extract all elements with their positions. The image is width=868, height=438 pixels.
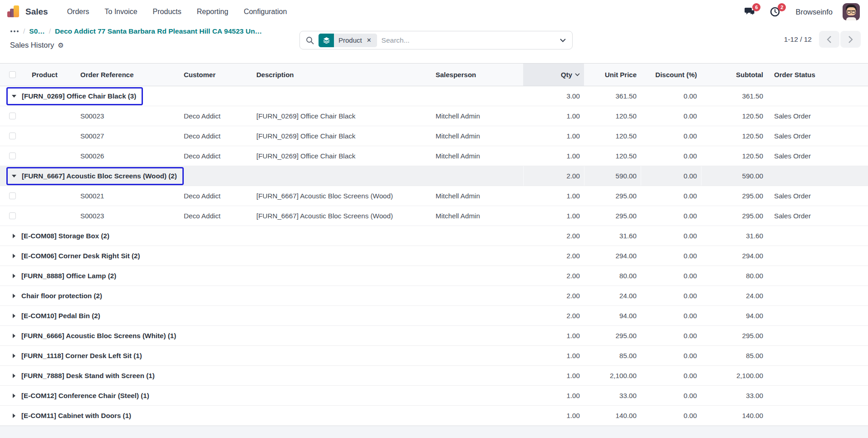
order-status-cell — [767, 306, 868, 325]
caret-right-icon[interactable] — [13, 354, 15, 358]
messages-badge: 6 — [752, 3, 760, 11]
table-row[interactable]: S00027Deco Addict[FURN_0269] Office Chai… — [0, 126, 868, 146]
column-header-product[interactable]: Product — [23, 64, 79, 86]
subtotal-cell: 140.00 — [701, 406, 767, 425]
pager-next-button[interactable] — [840, 31, 861, 48]
messages-icon[interactable]: 6 — [743, 5, 756, 19]
salesperson-cell: Mitchell Admin — [436, 126, 523, 146]
order-status-cell — [767, 226, 868, 246]
group-row[interactable]: [FURN_6666] Acoustic Bloc Screens (White… — [0, 326, 868, 346]
group-row[interactable]: [FURN_0269] Office Chair Black (3)3.0036… — [0, 86, 868, 106]
gear-icon[interactable]: ⚙ — [58, 42, 64, 49]
column-header-description[interactable]: Description — [256, 64, 436, 86]
order-status-cell — [767, 366, 868, 385]
group-row[interactable]: [FURN_1118] Corner Desk Left Sit (1)1.00… — [0, 346, 868, 366]
search-input[interactable] — [382, 36, 559, 44]
row-checkbox[interactable] — [9, 192, 16, 199]
group-row[interactable]: [E-COM10] Pedal Bin (2)2.0094.000.0094.0… — [0, 306, 868, 326]
column-header-order-status[interactable]: Order Status — [767, 64, 868, 86]
menu-orders[interactable]: Orders — [67, 8, 89, 16]
caret-right-icon[interactable] — [13, 334, 15, 338]
chevron-left-icon — [827, 36, 832, 43]
group-label: [E-COM11] Cabinet with Doors (1) — [21, 412, 131, 419]
customer-cell: Deco Addict — [184, 126, 256, 146]
table-row[interactable]: S00021Deco Addict[FURN_6667] Acoustic Bl… — [0, 186, 868, 206]
group-row[interactable]: [E-COM08] Storage Box (2)2.0031.600.0031… — [0, 226, 868, 246]
caret-down-icon[interactable] — [12, 95, 16, 98]
qty-cell: 1.00 — [523, 106, 584, 126]
caret-right-icon[interactable] — [13, 254, 15, 258]
column-header-unit-price[interactable]: Unit Price — [584, 64, 641, 86]
group-row[interactable]: Chair floor protection (2)2.0024.000.002… — [0, 286, 868, 306]
group-row[interactable]: [E-COM06] Corner Desk Right Sit (2)2.002… — [0, 246, 868, 266]
search-bar[interactable]: Product ✕ — [299, 31, 573, 49]
breadcrumb-ellipsis[interactable] — [10, 29, 19, 34]
caret-right-icon[interactable] — [13, 274, 15, 278]
unit-price-cell: 590.00 — [584, 166, 641, 186]
group-row[interactable]: [E-COM12] Conference Chair (Steel) (1)1.… — [0, 386, 868, 406]
column-header-customer[interactable]: Customer — [184, 64, 256, 86]
row-checkbox[interactable] — [9, 153, 16, 159]
qty-cell: 1.00 — [523, 206, 584, 226]
description-cell: [FURN_0269] Office Chair Black — [256, 106, 436, 126]
group-label: [FURN_7888] Desk Stand with Screen (1) — [21, 372, 155, 379]
search-facet-product[interactable]: Product ✕ — [319, 34, 377, 47]
table-row[interactable]: S00026Deco Addict[FURN_0269] Office Chai… — [0, 146, 868, 166]
caret-right-icon[interactable] — [13, 234, 15, 238]
caret-right-icon[interactable] — [13, 413, 15, 418]
row-checkbox[interactable] — [9, 133, 16, 139]
breadcrumb-link-customer[interactable]: Deco Addict 77 Santa Barbara Rd Pleasant… — [55, 27, 262, 35]
activities-icon[interactable]: 2 — [768, 5, 782, 19]
row-checkbox-cell — [0, 106, 23, 126]
row-checkbox[interactable] — [9, 113, 16, 119]
control-panel: / S0… / Deco Addict 77 Santa Barbara Rd … — [0, 24, 868, 63]
qty-cell: 1.00 — [523, 346, 584, 365]
qty-cell: 2.00 — [523, 306, 584, 325]
column-header-salesperson[interactable]: Salesperson — [436, 64, 523, 86]
order-status-cell — [767, 346, 868, 365]
qty-header-label: Qty — [561, 71, 572, 79]
pager-previous-button[interactable] — [819, 31, 839, 48]
table-row[interactable]: S00023Deco Addict[FURN_6667] Acoustic Bl… — [0, 206, 868, 226]
caret-right-icon[interactable] — [13, 374, 15, 378]
user-avatar[interactable] — [843, 3, 860, 20]
column-header-qty[interactable]: Qty — [523, 64, 584, 86]
unit-price-cell: 24.00 — [584, 286, 641, 305]
caret-right-icon[interactable] — [13, 394, 15, 398]
qty-cell: 2.00 — [523, 166, 584, 186]
subtotal-cell: 120.50 — [701, 106, 767, 126]
column-header-discount[interactable]: Discount (%) — [641, 64, 701, 86]
column-header-subtotal[interactable]: Subtotal — [701, 64, 767, 86]
group-row[interactable]: [E-COM11] Cabinet with Doors (1)1.00140.… — [0, 406, 868, 426]
menu-to-invoice[interactable]: To Invoice — [105, 8, 137, 16]
discount-cell: 0.00 — [641, 366, 701, 385]
menu-products[interactable]: Products — [153, 8, 181, 16]
order-reference-cell: S00023 — [79, 206, 184, 226]
search-dropdown-toggle[interactable] — [559, 37, 567, 44]
page-title: Sales History — [10, 41, 54, 49]
subtotal-cell: 295.00 — [701, 206, 767, 226]
group-row[interactable]: [FURN_7888] Desk Stand with Screen (1)1.… — [0, 366, 868, 386]
group-row[interactable]: [FURN_6667] Acoustic Bloc Screens (Wood)… — [0, 166, 868, 186]
column-header-order-reference[interactable]: Order Reference — [79, 64, 184, 86]
menu-reporting[interactable]: Reporting — [197, 8, 228, 16]
facet-remove-icon[interactable]: ✕ — [365, 36, 373, 44]
caret-down-icon[interactable] — [12, 175, 16, 177]
subtotal-cell: 80.00 — [701, 266, 767, 285]
qty-cell: 1.00 — [523, 386, 584, 405]
breadcrumb-separator: / — [23, 27, 25, 35]
qty-cell: 2.00 — [523, 266, 584, 285]
menu-configuration[interactable]: Configuration — [244, 8, 287, 16]
row-checkbox[interactable] — [9, 212, 16, 219]
app-name[interactable]: Sales — [25, 7, 48, 17]
group-row[interactable]: [FURN_8888] Office Lamp (2)2.0080.000.00… — [0, 266, 868, 286]
app-switcher[interactable]: Sales — [7, 5, 48, 18]
row-checkbox-cell — [0, 206, 23, 226]
caret-right-icon[interactable] — [13, 314, 15, 318]
table-row[interactable]: S00023Deco Addict[FURN_0269] Office Chai… — [0, 106, 868, 126]
breadcrumb-link-order[interactable]: S0… — [29, 27, 44, 35]
select-all-checkbox[interactable] — [9, 71, 16, 78]
user-menu-label[interactable]: Browseinfo — [795, 8, 833, 16]
sales-history-list: Product Order Reference Customer Descrip… — [0, 63, 868, 438]
caret-right-icon[interactable] — [13, 294, 15, 298]
